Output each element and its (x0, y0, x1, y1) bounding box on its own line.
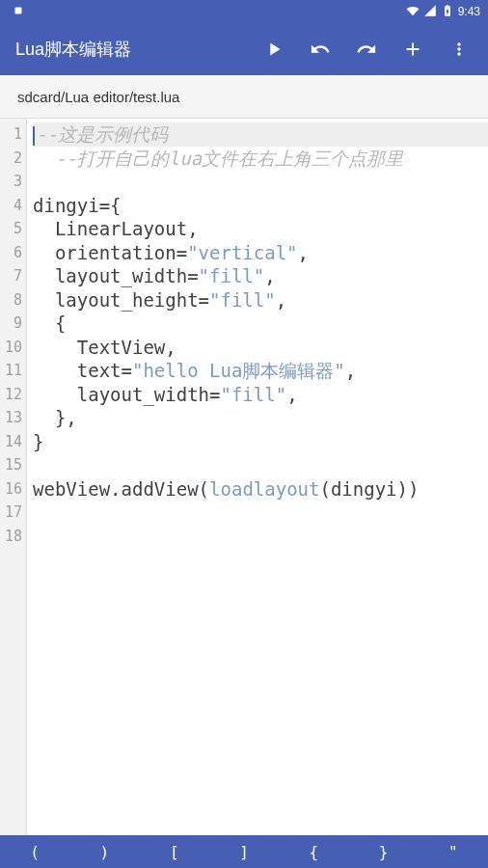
symbol-key[interactable]: } (348, 835, 418, 868)
status-time: 9:43 (458, 5, 480, 18)
line-number: 2 (0, 147, 22, 171)
line-number: 8 (0, 288, 22, 312)
line-number: 12 (0, 383, 22, 407)
symbol-key[interactable]: ] (209, 835, 279, 868)
symbol-key[interactable]: { (279, 835, 348, 868)
status-bar: 9:43 (0, 0, 488, 23)
code-line[interactable]: TextView, (33, 336, 488, 360)
code-line[interactable] (33, 501, 488, 525)
symbol-key[interactable]: [ (140, 835, 209, 868)
line-number: 5 (0, 217, 22, 241)
symbol-key[interactable]: " (419, 835, 488, 868)
app-title: Lua脚本编辑器 (15, 38, 253, 61)
undo-button[interactable] (299, 28, 341, 70)
redo-icon (356, 39, 377, 60)
code-line[interactable]: layout_width="fill", (33, 264, 488, 288)
line-number: 3 (0, 170, 22, 194)
code-line[interactable] (33, 170, 488, 194)
line-number: 13 (0, 406, 22, 430)
code-line[interactable]: --打开自己的lua文件在右上角三个点那里 (33, 147, 488, 171)
symbol-key[interactable]: ) (69, 835, 139, 868)
status-left-icon (8, 4, 25, 20)
code-line[interactable]: --这是示例代码 (33, 122, 488, 147)
wifi-icon (406, 4, 420, 20)
plus-icon (402, 39, 423, 60)
code-line[interactable]: } (33, 430, 488, 454)
play-icon (263, 39, 285, 60)
file-path-bar[interactable]: sdcard/Lua editor/test.lua (0, 75, 488, 119)
code-line[interactable]: text="hello Lua脚本编辑器", (33, 359, 488, 383)
code-line[interactable] (33, 525, 488, 549)
line-number: 9 (0, 312, 22, 336)
line-number: 16 (0, 477, 22, 502)
code-editor[interactable]: 123456789101112131415161718 --这是示例代码 --打… (0, 119, 488, 835)
line-number: 14 (0, 430, 22, 454)
dots-vertical-icon (449, 39, 469, 60)
overflow-menu-button[interactable] (438, 28, 480, 70)
cell-signal-icon (423, 4, 437, 20)
add-button[interactable] (392, 28, 434, 70)
code-line[interactable]: dingyi={ (33, 194, 488, 218)
code-line[interactable]: { (33, 312, 488, 336)
line-number: 10 (0, 336, 22, 360)
app-toolbar: Lua脚本编辑器 (0, 23, 488, 75)
run-button[interactable] (253, 28, 295, 70)
code-line[interactable]: LinearLayout, (33, 217, 488, 241)
code-line[interactable]: }, (33, 406, 488, 430)
symbol-bar: ()[]{}" (0, 835, 488, 868)
line-number: 11 (0, 359, 22, 383)
line-number-gutter: 123456789101112131415161718 (0, 119, 27, 835)
line-number: 1 (0, 122, 22, 147)
line-number: 4 (0, 194, 22, 218)
code-line[interactable] (33, 453, 488, 477)
line-number: 7 (0, 264, 22, 288)
line-number: 18 (0, 525, 22, 549)
code-line[interactable]: layout_width="fill", (33, 383, 488, 407)
code-text-area[interactable]: --这是示例代码 --打开自己的lua文件在右上角三个点那里 dingyi={ … (27, 119, 488, 835)
redo-button[interactable] (345, 28, 388, 70)
symbol-key[interactable]: ( (0, 835, 69, 868)
line-number: 6 (0, 241, 22, 265)
line-number: 17 (0, 501, 22, 525)
code-line[interactable]: webView.addView(loadlayout(dingyi)) (33, 477, 488, 502)
file-path-text: sdcard/Lua editor/test.lua (17, 89, 179, 105)
line-number: 15 (0, 453, 22, 477)
svg-rect-0 (15, 7, 22, 14)
code-line[interactable]: orientation="vertical", (33, 241, 488, 265)
undo-icon (310, 39, 331, 60)
code-line[interactable]: layout_height="fill", (33, 288, 488, 312)
battery-icon (441, 4, 454, 20)
